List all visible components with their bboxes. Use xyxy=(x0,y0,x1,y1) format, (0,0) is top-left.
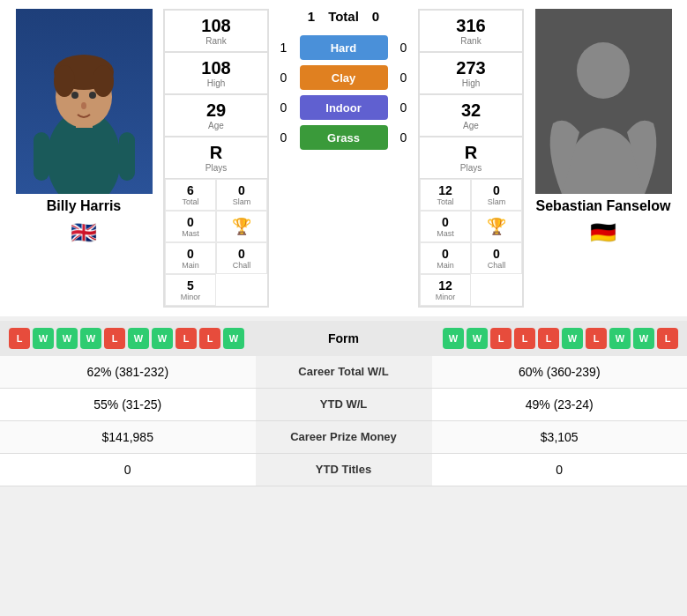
form-badge: W xyxy=(609,328,631,349)
form-badge: L xyxy=(490,328,512,349)
form-badge: L xyxy=(586,328,607,349)
right-total-cell: 12 Total xyxy=(420,179,471,211)
left-chall-val: 0 xyxy=(219,247,265,261)
left-player-figure xyxy=(16,9,153,194)
form-badge: L xyxy=(657,328,678,349)
right-total-val: 12 xyxy=(422,183,468,197)
stats-right-val: 60% (360-239) xyxy=(432,356,688,388)
form-label: Form xyxy=(300,331,388,345)
left-minor-val: 5 xyxy=(168,278,213,293)
right-minor-cell: 12 Minor xyxy=(420,274,471,306)
form-badge: W xyxy=(443,328,464,349)
right-plays-value: R xyxy=(423,143,519,163)
left-high-value: 108 xyxy=(168,58,264,78)
left-rank-label: Rank xyxy=(168,36,264,46)
hard-right-score: 0 xyxy=(395,41,413,55)
right-high-value: 273 xyxy=(423,58,519,78)
right-rank-value: 316 xyxy=(423,16,519,36)
stats-right-val: 49% (23-24) xyxy=(432,389,688,420)
stats-center-label: YTD Titles xyxy=(256,454,432,486)
right-form-badges: WWLLLWLWWL xyxy=(443,328,678,349)
svg-point-5 xyxy=(54,65,75,97)
left-total-cell: 6 Total xyxy=(165,179,216,211)
form-badge: W xyxy=(33,328,54,349)
comparison-top: Billy Harris 🇬🇧 108 Rank 108 High 29 Age… xyxy=(0,0,687,316)
left-main-lbl: Main xyxy=(168,261,213,270)
right-chall-cell: 0 Chall xyxy=(471,242,522,274)
stats-row: $141,985Career Prize Money$3,105 xyxy=(0,421,687,454)
right-player-figure xyxy=(535,9,672,194)
form-badge: W xyxy=(633,328,654,349)
form-badge: W xyxy=(128,328,149,349)
stats-center-label: YTD W/L xyxy=(256,389,432,420)
stats-left-val: 55% (31-25) xyxy=(0,389,256,420)
trophy-icon-right: 🏆 xyxy=(487,217,506,236)
form-badge: W xyxy=(56,328,78,349)
left-rank-value: 108 xyxy=(168,16,264,36)
right-trophy-cell: 🏆 xyxy=(471,211,522,242)
left-slam-cell: 0 Slam xyxy=(216,179,267,211)
left-minor-lbl: Minor xyxy=(168,293,213,301)
right-total-lbl: Total xyxy=(422,197,468,206)
clay-left-score: 0 xyxy=(275,71,293,85)
form-badge: L xyxy=(538,328,559,349)
right-mast-val: 0 xyxy=(422,215,468,229)
left-slam-val: 0 xyxy=(219,183,265,197)
left-player-flag: 🇬🇧 xyxy=(71,220,97,245)
grass-court-button[interactable]: Grass xyxy=(300,125,388,150)
right-player-block: Sebastian Fanselow 🇩🇪 xyxy=(528,9,678,308)
left-age-label: Age xyxy=(168,121,264,130)
indoor-court-button[interactable]: Indoor xyxy=(300,95,388,120)
left-player-name: Billy Harris xyxy=(47,194,121,219)
clay-court-button[interactable]: Clay xyxy=(300,65,388,90)
stats-left-val: 62% (381-232) xyxy=(0,356,256,388)
svg-point-6 xyxy=(93,65,114,97)
right-plays-box: R Plays xyxy=(419,137,523,179)
left-trophy-cell: 🏆 xyxy=(216,211,267,242)
right-plays-label: Plays xyxy=(423,163,519,173)
right-high-label: High xyxy=(423,78,519,88)
right-minor-lbl: Minor xyxy=(422,293,468,301)
stats-center-label: Career Prize Money xyxy=(256,421,432,453)
hard-court-button[interactable]: Hard xyxy=(300,35,388,60)
hard-left-score: 1 xyxy=(275,41,293,55)
grass-court-row: 0 Grass 0 xyxy=(273,125,414,150)
left-form-badges: LWWWLWWLLW xyxy=(9,328,244,349)
right-mast-cell: 0 Mast xyxy=(420,211,471,242)
left-stats-block: 108 Rank 108 High 29 Age R Plays 6 Total xyxy=(163,9,269,308)
form-section: LWWWLWWLLW Form WWLLLWLWWL xyxy=(0,321,687,356)
left-total-lbl: Total xyxy=(168,197,213,206)
right-total-score: 0 xyxy=(372,9,379,24)
indoor-left-score: 0 xyxy=(275,100,293,115)
hard-court-row: 1 Hard 0 xyxy=(273,35,414,60)
form-badge: L xyxy=(199,328,220,349)
right-chall-val: 0 xyxy=(474,247,519,261)
left-chall-lbl: Chall xyxy=(219,261,265,270)
form-badge: L xyxy=(175,328,197,349)
right-player-photo xyxy=(535,9,672,194)
form-badge: L xyxy=(514,328,535,349)
left-chall-cell: 0 Chall xyxy=(216,242,267,274)
left-plays-label: Plays xyxy=(168,163,264,173)
page-container: Billy Harris 🇬🇧 108 Rank 108 High 29 Age… xyxy=(0,0,687,486)
left-rank-box: 108 Rank xyxy=(164,10,268,52)
stats-row: 55% (31-25)YTD W/L49% (23-24) xyxy=(0,389,687,421)
stats-left-val: $141,985 xyxy=(0,421,256,453)
stats-row: 62% (381-232)Career Total W/L60% (360-23… xyxy=(0,356,687,389)
indoor-right-score: 0 xyxy=(395,100,413,115)
svg-point-13 xyxy=(577,42,630,99)
right-main-val: 0 xyxy=(422,247,468,261)
right-high-box: 273 High xyxy=(419,52,523,94)
right-main-lbl: Main xyxy=(422,261,468,270)
form-badge: W xyxy=(562,328,583,349)
right-age-label: Age xyxy=(423,121,519,130)
left-high-box: 108 High xyxy=(164,52,268,94)
right-minor-val: 12 xyxy=(422,278,468,293)
left-mini-stats: 6 Total 0 Slam 0 Mast 🏆 0 Main xyxy=(164,179,268,307)
left-age-box: 29 Age xyxy=(164,94,268,137)
right-player-flag: 🇩🇪 xyxy=(590,220,616,245)
clay-right-score: 0 xyxy=(395,71,413,85)
indoor-court-row: 0 Indoor 0 xyxy=(273,95,414,120)
stats-left-val: 0 xyxy=(0,454,256,486)
stats-center-label: Career Total W/L xyxy=(256,356,432,388)
